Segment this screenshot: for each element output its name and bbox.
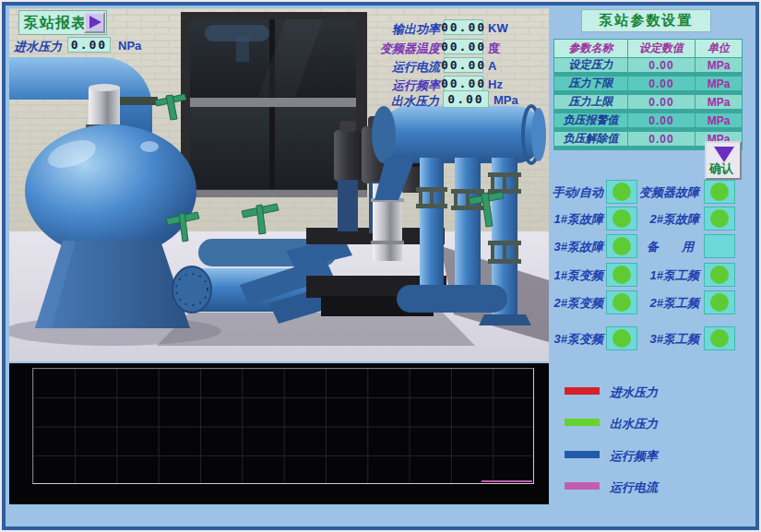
output-power-value: 00.00	[444, 19, 483, 35]
legend-label-inlet-pressure: 进水压力	[610, 384, 658, 401]
inverter-temp-value: 00.00	[444, 39, 483, 54]
param-unit: MPa	[696, 58, 742, 72]
status-led-pump2-mains	[704, 290, 735, 314]
inlet-pressure-unit: NPa	[118, 39, 141, 53]
inlet-pressure-label: 进水压力	[14, 39, 62, 55]
param-name: 压力上限	[554, 95, 627, 109]
output-power-unit: KW	[488, 21, 508, 35]
inlet-pressure-value: 0.00	[67, 37, 111, 53]
status-label-vfd-fault: 变频器故障	[612, 184, 699, 201]
param-value[interactable]: 0.00	[628, 77, 695, 90]
legend-label-run-frequency: 运行频率	[610, 448, 658, 465]
legend-swatch-run-frequency	[565, 451, 600, 458]
tank-chimney	[86, 84, 123, 131]
status-label-pump3-vfd: 3#泵变频	[517, 331, 603, 348]
pressure-tank	[25, 124, 196, 328]
param-unit: MPa	[696, 113, 742, 127]
run-current-value: 00.00	[444, 57, 483, 73]
status-led-pump1-mains	[704, 263, 735, 287]
status-label-pump2-fault: 2#泵故障	[612, 211, 699, 228]
legend-label-outlet-pressure: 出水压力	[610, 416, 658, 432]
outlet-pressure-label: 出水压力	[347, 93, 439, 110]
param-name: 设定压力	[554, 58, 627, 72]
run-freq-label: 运行频率	[348, 77, 440, 94]
param-name: 压力下限	[554, 77, 627, 90]
status-label-pump1-vfd: 1#泵变频	[517, 267, 603, 284]
play-icon	[89, 16, 101, 29]
trend-chart	[9, 363, 549, 504]
status-label-pump2-vfd: 2#泵变频	[517, 295, 603, 312]
status-label-pump2-mains: 2#泵工频	[612, 295, 699, 312]
status-label-pump3-mains: 3#泵工频	[612, 331, 699, 348]
report-button-label: 泵站报表	[24, 14, 87, 33]
status-led-spare	[704, 234, 735, 258]
col-header-value: 设定数值	[628, 40, 695, 57]
run-current-unit: A	[488, 59, 496, 73]
col-header-unit: 单位	[696, 40, 742, 57]
status-label-pump1-mains: 1#泵工频	[612, 267, 699, 284]
status-label-pump3-fault: 3#泵故障	[517, 239, 603, 255]
report-button[interactable]: 泵站报表	[18, 10, 107, 35]
col-header-name: 参数名称	[554, 40, 627, 57]
param-value[interactable]: 0.00	[628, 58, 695, 72]
param-name: 负压解除值	[554, 132, 627, 146]
inverter-temp-label: 变频器温度	[348, 41, 440, 57]
trace-run-current	[482, 480, 532, 482]
status-label-pump1-fault: 1#泵故障	[517, 211, 603, 228]
legend-swatch-inlet-pressure	[565, 387, 600, 395]
output-power-label: 输出功率	[348, 21, 440, 38]
outlet-pressure-value: 0.00	[443, 90, 489, 108]
run-current-label: 运行电流	[348, 59, 440, 76]
outlet-pressure-unit: MPa	[493, 93, 518, 107]
status-label-auto-manual: 手动/自动	[517, 184, 603, 201]
param-value[interactable]: 0.00	[628, 113, 695, 127]
param-value[interactable]: 0.00	[628, 95, 695, 109]
legend-swatch-outlet-pressure	[565, 419, 600, 426]
legend-label-run-current: 运行电流	[610, 479, 658, 496]
param-value[interactable]: 0.00	[628, 132, 695, 146]
trend-plot-area	[32, 368, 534, 484]
param-name: 负压报警值	[554, 113, 627, 127]
run-freq-unit: Hz	[488, 77, 503, 91]
hmi-pump-station-screen: 泵站报表 进水压力 0.00 NPa 输出功率 00.00 KW 变频器温度 0…	[0, 0, 761, 532]
confirm-button-label: 确认	[709, 160, 733, 177]
inverter-temp-unit: 度	[488, 41, 500, 57]
run-freq-value: 00.00	[444, 76, 483, 91]
report-arrow-button[interactable]	[84, 12, 105, 33]
param-unit: MPa	[696, 95, 742, 109]
confirm-button[interactable]: 确认	[705, 141, 742, 180]
settings-panel-title: 泵站参数设置	[581, 9, 711, 32]
pump-shadow	[157, 313, 475, 346]
parameter-table: 参数名称 设定数值 单位 设定压力 0.00 MPa 压力下限 0.00 MPa…	[553, 39, 743, 150]
legend-swatch-run-current	[565, 482, 600, 490]
status-led-pump2-fault	[704, 207, 735, 231]
param-unit: MPa	[696, 77, 742, 90]
status-led-vfd-fault	[704, 180, 735, 204]
status-led-pump3-mains	[704, 326, 735, 350]
status-label-spare: 备 用	[612, 239, 699, 255]
